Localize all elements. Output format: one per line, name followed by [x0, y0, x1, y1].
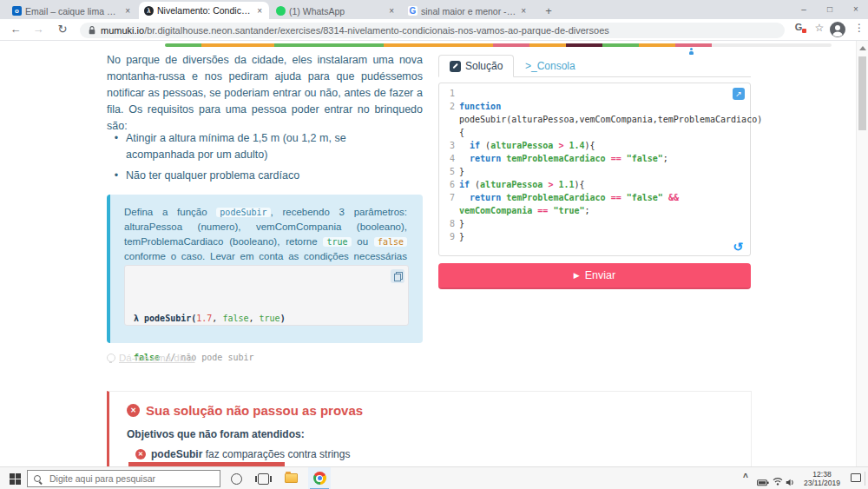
minimize-button[interactable]: – [792, 0, 816, 19]
code-line: 8} [441, 217, 746, 230]
progress-segment[interactable] [311, 43, 347, 47]
line-number: 1 [441, 87, 459, 100]
example-code-block: λ podeSubir(1.7, false, true) false // n… [124, 265, 409, 326]
inline-code-podeSubir: podeSubir [216, 208, 270, 217]
new-tab-button[interactable]: + [540, 3, 557, 19]
progress-segment[interactable] [639, 43, 675, 47]
scrollbar-thumb[interactable] [858, 56, 866, 130]
line-number: 5 [441, 165, 459, 178]
results-title: ✕ Sua solução não passou as provas [127, 403, 733, 418]
code-line: 6if (alturaPessoa > 1.1){ [441, 178, 746, 191]
code-line: 3 if (alturaPessoa > 1.4){ [441, 139, 746, 152]
page-scrollbar[interactable] [856, 41, 868, 489]
close-tab-icon[interactable]: × [255, 6, 264, 16]
progress-segment[interactable] [602, 43, 639, 47]
browser-menu-icon[interactable]: ⋮ [851, 22, 868, 34]
battery-icon[interactable] [757, 474, 769, 489]
copy-icon[interactable] [391, 269, 404, 283]
close-window-button[interactable]: × [844, 0, 868, 19]
close-tab-icon[interactable]: × [387, 6, 396, 16]
forward-button[interactable]: → [30, 23, 47, 36]
code-editor[interactable]: ↗ 1 2function podeSubir(alturaPessoa,vem… [438, 83, 751, 256]
bullet-icon: • [107, 168, 126, 184]
close-tab-icon[interactable]: × [519, 6, 528, 16]
chrome-icon [313, 472, 326, 485]
progress-segment[interactable] [420, 43, 457, 47]
expand-editor-icon[interactable]: ↗ [733, 88, 745, 100]
show-desktop-divider[interactable] [865, 472, 865, 486]
close-tab-icon[interactable]: × [123, 6, 132, 16]
progress-segment[interactable] [493, 43, 529, 47]
taskbar-clock[interactable]: 12:38 23/11/2019 [797, 470, 847, 487]
tab-title: Email – caique lima – Outlook [25, 6, 120, 17]
tab-solucao[interactable]: Solução [438, 55, 514, 77]
tab-whatsapp[interactable]: (1) WhatsApp × [271, 3, 401, 19]
speaker-icon[interactable] [786, 474, 795, 489]
line-number: 2 [441, 100, 459, 139]
tab-consola[interactable]: >_Consola [525, 55, 575, 77]
tab-title: sinal maior e menor - Pesquisa G [421, 6, 516, 17]
extension-badge [802, 29, 806, 33]
lightbulb-icon [107, 354, 115, 362]
task-view-icon[interactable] [258, 473, 269, 485]
progress-segment[interactable] [165, 43, 201, 47]
tab-title: Nivelamento: Condicionais - Nó [157, 5, 252, 16]
google-icon: G [408, 6, 418, 16]
cortana-icon[interactable] [231, 473, 242, 485]
time-label: 12:38 [797, 470, 847, 479]
code-line: 9} [441, 230, 746, 243]
back-button[interactable]: ← [7, 23, 24, 36]
reset-code-icon[interactable]: ↺ [733, 241, 743, 253]
search-input[interactable] [48, 472, 214, 485]
lock-icon [89, 23, 95, 38]
action-center-icon[interactable] [851, 473, 861, 482]
reload-button[interactable]: ↻ [54, 23, 71, 36]
exercise-progress-bar [165, 43, 712, 47]
mumuki-favicon-icon: λ [144, 6, 154, 16]
chrome-taskbar-item[interactable] [308, 467, 331, 489]
tab-google-search[interactable]: G sinal maior e menor - Pesquisa G × [403, 3, 533, 19]
progress-segment[interactable] [347, 43, 384, 47]
callout-text: Defina a função [124, 207, 216, 217]
browser-profile-avatar[interactable] [830, 22, 845, 37]
progress-segment[interactable] [384, 43, 420, 47]
list-item: • Não ter qualquer problema cardíaco [107, 168, 412, 184]
browser-tab-strip: o Email – caique lima – Outlook × λ Nive… [0, 0, 868, 19]
hint-link[interactable]: Dá-me uma dica! [107, 353, 195, 363]
progress-segment[interactable] [457, 43, 493, 47]
play-icon: ▶ [574, 271, 580, 280]
line-number: 7 [441, 191, 459, 217]
progress-segment[interactable] [201, 43, 238, 47]
progress-segment[interactable] [566, 43, 602, 47]
search-icon [34, 475, 42, 483]
tab-outlook[interactable]: o Email – caique lima – Outlook × [7, 3, 137, 19]
wifi-icon[interactable] [773, 473, 783, 489]
show-hidden-icons-chevron[interactable]: ^ [743, 472, 748, 482]
error-icon: ✕ [127, 404, 140, 417]
address-bar[interactable]: mumuki.io/br.digitalhouse.neon.santander… [80, 23, 785, 38]
inline-code-false: false [374, 237, 407, 247]
line-number: 9 [441, 230, 459, 243]
taskbar-search-box[interactable] [27, 470, 220, 487]
error-icon: ✕ [135, 449, 146, 459]
progress-segment[interactable] [675, 43, 712, 47]
scroll-up-arrow-icon[interactable] [859, 46, 866, 50]
progress-segment[interactable] [274, 43, 311, 47]
start-button[interactable] [10, 473, 21, 485]
exercise-statement-paragraph: No parque de diversões da cidade, eles i… [107, 52, 423, 135]
date-label: 23/11/2019 [797, 479, 847, 487]
student-position-marker-icon [688, 48, 694, 55]
submit-button[interactable]: ▶ Enviar [438, 263, 751, 289]
tab-mumuki-active[interactable]: λ Nivelamento: Condicionais - Nó × [139, 2, 269, 19]
progress-segment[interactable] [529, 43, 566, 47]
progress-segment[interactable] [238, 43, 274, 47]
line-number: 6 [441, 178, 459, 191]
list-item: • Atingir a altura mínima de 1,5 m (ou 1… [107, 130, 412, 163]
extension-icon[interactable]: G [790, 22, 807, 32]
bookmark-star-icon[interactable]: ☆ [811, 22, 828, 34]
maximize-button[interactable]: □ [818, 0, 842, 19]
results-subtitle: Objetivos que não foram atendidos: [127, 428, 733, 440]
tab-title: (1) WhatsApp [289, 6, 384, 17]
code-line: 7 return temProblemaCardiaco == "false" … [441, 191, 746, 217]
file-explorer-icon[interactable] [285, 473, 298, 483]
